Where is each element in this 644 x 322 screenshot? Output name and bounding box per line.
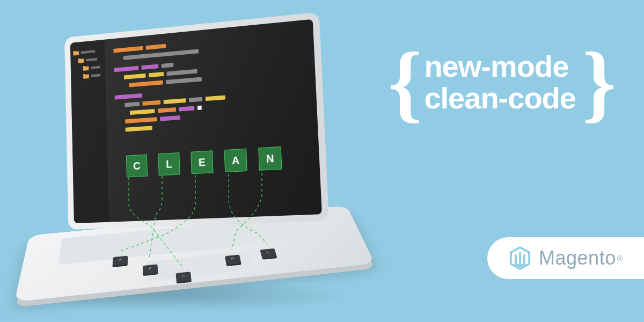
headline-line-1: new-mode xyxy=(424,51,576,83)
brand-name: Magento® xyxy=(539,247,623,269)
magento-logo-icon xyxy=(509,246,531,270)
folder-icon xyxy=(78,57,84,63)
keyboard-key: A xyxy=(113,256,128,266)
headline-text: new-mode clean-code xyxy=(424,51,576,114)
registered-icon: ® xyxy=(617,254,623,263)
code-editor-screen: C L E A N xyxy=(70,19,322,223)
screen-letter-box: A xyxy=(224,149,247,172)
keyboard-key: N xyxy=(225,255,241,265)
editor-sidebar xyxy=(70,40,109,223)
laptop-illustration: A E C N L xyxy=(43,21,343,311)
keyboard-key: C xyxy=(175,272,191,282)
brace-right-icon: } xyxy=(582,48,612,117)
screen-letter-box: L xyxy=(158,152,180,175)
screen-letter-box: N xyxy=(258,147,282,171)
headline-line-2: clean-code xyxy=(424,83,576,114)
keyboard-key: E xyxy=(143,264,158,274)
code-area xyxy=(113,31,306,137)
screen-bezel: C L E A N xyxy=(64,12,329,230)
headline: { new-mode clean-code } xyxy=(388,48,612,117)
screen-letter-box: C xyxy=(126,155,148,178)
folder-icon xyxy=(83,74,89,79)
screen-letter-box: E xyxy=(191,150,213,174)
brand-badge: Magento® xyxy=(487,237,644,279)
brace-left-icon: { xyxy=(388,48,418,117)
keyboard-key: L xyxy=(260,248,277,259)
folder-icon xyxy=(83,65,89,71)
laptop-lid: C L E A N xyxy=(64,12,329,230)
screen-letter-row: C L E A N xyxy=(126,147,282,178)
folder-icon xyxy=(73,50,79,55)
